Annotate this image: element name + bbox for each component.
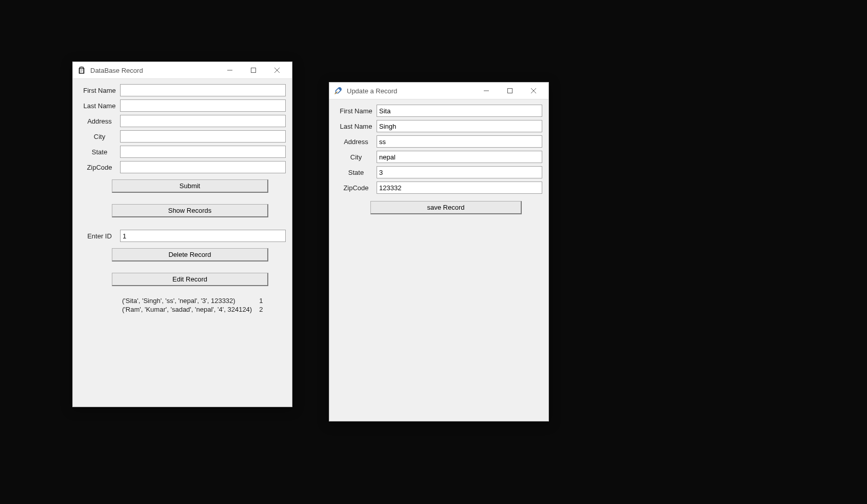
- window-controls: [218, 62, 289, 78]
- city-field[interactable]: [120, 130, 286, 143]
- last-name-label: Last Name: [79, 102, 120, 110]
- maximize-button[interactable]: [242, 62, 265, 78]
- state-label: State: [79, 148, 120, 156]
- enter-id-field[interactable]: [120, 230, 286, 242]
- city-label: City: [79, 133, 120, 140]
- window-title: DataBase Record: [90, 67, 143, 74]
- window-title: Update a Record: [347, 87, 397, 95]
- database-record-window: DataBase Record First Name Last Name Add…: [72, 62, 292, 407]
- zipcode-label: ZipCode: [79, 164, 120, 171]
- minimize-button[interactable]: [475, 83, 498, 99]
- edit-record-button[interactable]: Edit Record: [112, 273, 268, 286]
- state-label: State: [336, 169, 377, 176]
- state-field[interactable]: [377, 166, 542, 178]
- show-records-button[interactable]: Show Records: [112, 204, 268, 217]
- record-line: ('Sita', 'Singh', 'ss', 'nepal', '3', 12…: [122, 296, 252, 305]
- record-id: 2: [259, 305, 263, 314]
- window-controls: [475, 83, 545, 99]
- address-label: Address: [336, 138, 377, 146]
- address-label: Address: [79, 117, 120, 125]
- zipcode-field[interactable]: [377, 182, 542, 194]
- svg-rect-5: [508, 89, 513, 93]
- first-name-field[interactable]: [377, 105, 542, 117]
- record-id: 1: [259, 296, 263, 305]
- submit-button[interactable]: Submit: [112, 179, 268, 193]
- window-body: First Name Last Name Address City State …: [329, 99, 548, 220]
- save-record-button[interactable]: save Record: [370, 201, 522, 214]
- city-field[interactable]: [377, 151, 542, 163]
- titlebar[interactable]: DataBase Record: [73, 62, 292, 79]
- state-field[interactable]: [120, 146, 286, 158]
- feather-icon: [333, 86, 343, 95]
- record-line: ('Ram', 'Kumar', 'sadad', 'nepal', '4', …: [122, 305, 252, 314]
- svg-rect-1: [251, 68, 256, 73]
- address-field[interactable]: [120, 115, 286, 127]
- update-record-window: Update a Record First Name Last Name Add…: [329, 82, 549, 421]
- clipboard-icon: [77, 66, 86, 75]
- first-name-label: First Name: [79, 87, 120, 94]
- enter-id-label: Enter ID: [79, 232, 120, 240]
- first-name-label: First Name: [336, 107, 377, 115]
- city-label: City: [336, 153, 377, 161]
- close-button[interactable]: [265, 62, 289, 78]
- delete-record-button[interactable]: Delete Record: [112, 248, 268, 261]
- last-name-field[interactable]: [120, 99, 286, 112]
- last-name-field[interactable]: [377, 120, 542, 132]
- zipcode-field[interactable]: [120, 161, 286, 173]
- close-button[interactable]: [522, 83, 545, 99]
- window-body: First Name Last Name Address City State …: [73, 79, 292, 320]
- address-field[interactable]: [377, 135, 542, 148]
- zipcode-label: ZipCode: [336, 184, 377, 192]
- minimize-button[interactable]: [218, 62, 242, 78]
- first-name-field[interactable]: [120, 84, 286, 96]
- maximize-button[interactable]: [498, 83, 522, 99]
- records-display: ('Sita', 'Singh', 'ss', 'nepal', '3', 12…: [122, 296, 286, 314]
- titlebar[interactable]: Update a Record: [329, 83, 548, 99]
- last-name-label: Last Name: [336, 123, 377, 130]
